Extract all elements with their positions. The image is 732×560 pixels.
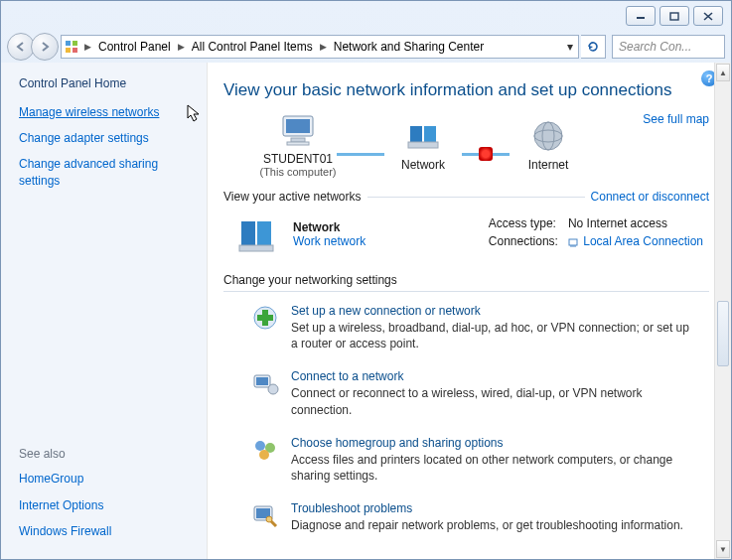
svg-point-38: [266, 516, 272, 522]
cursor-icon: [186, 104, 204, 126]
diagram-link-broken[interactable]: [462, 153, 510, 156]
window-frame: ▶ Control Panel ▶ All Control Panel Item…: [0, 0, 732, 560]
svg-rect-10: [291, 138, 305, 142]
chevron-right-icon: ▶: [81, 42, 94, 52]
sidebar: Control Panel Home Manage wireless netwo…: [1, 63, 208, 559]
refresh-button[interactable]: [581, 35, 606, 59]
divider: [367, 197, 585, 198]
task-title[interactable]: Choose homegroup and sharing options: [291, 436, 693, 450]
computer-icon: [277, 112, 319, 150]
task-connect-network[interactable]: Connect to a network Connect or reconnec…: [251, 369, 709, 417]
network-icon: [402, 118, 444, 156]
connect-icon: [251, 369, 279, 397]
svg-rect-14: [408, 142, 438, 148]
task-homegroup[interactable]: Choose homegroup and sharing options Acc…: [251, 436, 709, 484]
sidebar-item-label: Manage wireless networks: [19, 105, 159, 119]
scroll-down-button[interactable]: ▼: [716, 540, 730, 558]
scroll-up-button[interactable]: ▲: [716, 64, 730, 81]
network-name: Network: [293, 220, 366, 234]
minimize-button[interactable]: [626, 6, 656, 26]
close-icon: [703, 12, 713, 21]
sidebar-link-manage-wireless[interactable]: Manage wireless networks: [19, 104, 195, 120]
chevron-right-icon: ▶: [175, 42, 188, 52]
connect-disconnect-link[interactable]: Connect or disconnect: [591, 190, 709, 204]
new-connection-icon: [251, 304, 279, 332]
diagram-label: STUDENT01: [263, 152, 333, 166]
svg-rect-13: [424, 126, 436, 142]
svg-point-35: [259, 450, 269, 460]
svg-line-15: [481, 149, 491, 159]
task-desc: Diagnose and repair network problems, or…: [291, 517, 683, 533]
network-type-link[interactable]: Work network: [293, 234, 366, 248]
ethernet-icon: [568, 237, 578, 247]
vertical-scrollbar[interactable]: ▲ ▼: [714, 63, 731, 559]
refresh-icon: [586, 40, 600, 54]
content-area: ? View your basic network information an…: [208, 63, 731, 559]
svg-point-17: [534, 122, 562, 150]
breadcrumb-item[interactable]: Network and Sharing Center: [330, 40, 488, 54]
task-title[interactable]: Troubleshoot problems: [291, 501, 683, 515]
sidebar-link-advanced-sharing[interactable]: Change advanced sharing settings: [19, 156, 195, 188]
svg-rect-31: [256, 377, 268, 385]
svg-rect-29: [257, 315, 273, 321]
work-network-icon: [237, 213, 279, 255]
task-title[interactable]: Set up a new connection or network: [291, 304, 693, 318]
svg-line-16: [481, 149, 491, 159]
svg-rect-21: [257, 221, 271, 245]
chevron-right-icon: ▶: [317, 42, 330, 52]
network-diagram: STUDENT01 (This computer) Network: [253, 112, 593, 178]
change-settings-header: Change your networking settings: [223, 273, 709, 287]
breadcrumb-item[interactable]: Control Panel: [94, 40, 175, 54]
minimize-icon: [636, 12, 646, 20]
connection-link[interactable]: Local Area Connection: [583, 234, 703, 248]
diagram-this-computer[interactable]: STUDENT01 (This computer): [253, 112, 343, 178]
address-bar[interactable]: ▶ Control Panel ▶ All Control Panel Item…: [61, 35, 579, 59]
task-title[interactable]: Connect to a network: [291, 369, 693, 383]
task-desc: Set up a wireless, broadband, dial-up, a…: [291, 320, 693, 351]
back-arrow-icon: [15, 41, 27, 53]
control-panel-home-link[interactable]: Control Panel Home: [19, 76, 195, 90]
sidebar-link-adapter-settings[interactable]: Change adapter settings: [19, 130, 195, 146]
access-type-value: No Internet access: [564, 215, 707, 231]
see-also-label: See also: [19, 447, 195, 461]
connections-label: Connections:: [485, 233, 562, 249]
search-input[interactable]: [617, 39, 720, 55]
svg-rect-11: [287, 142, 309, 145]
task-setup-connection[interactable]: Set up a new connection or network Set u…: [251, 304, 709, 351]
search-box[interactable]: [612, 35, 725, 59]
see-also-internet-options[interactable]: Internet Options: [19, 497, 195, 513]
svg-point-33: [255, 441, 265, 451]
close-button[interactable]: [693, 6, 723, 26]
forward-button[interactable]: [31, 33, 59, 61]
svg-point-32: [268, 384, 278, 394]
see-full-map-link[interactable]: See full map: [643, 112, 709, 126]
homegroup-icon: [251, 436, 279, 464]
troubleshoot-icon: [251, 501, 279, 529]
divider: [223, 291, 709, 292]
active-networks-header: View your active networks: [223, 190, 362, 204]
svg-rect-20: [241, 221, 255, 245]
svg-rect-7: [73, 48, 77, 53]
diagram-label: Network: [401, 158, 445, 172]
diagram-network[interactable]: Network: [378, 118, 468, 172]
breadcrumb-item[interactable]: All Control Panel Items: [188, 40, 317, 54]
globe-icon: [527, 118, 569, 156]
scroll-thumb[interactable]: [717, 301, 729, 366]
maximize-icon: [669, 12, 679, 21]
svg-rect-4: [66, 41, 71, 46]
see-also-homegroup[interactable]: HomeGroup: [19, 471, 195, 487]
maximize-button[interactable]: [659, 6, 689, 26]
diagram-label: Internet: [528, 158, 569, 172]
nav-toolbar: ▶ Control Panel ▶ All Control Panel Item…: [1, 31, 731, 63]
svg-rect-1: [670, 13, 678, 20]
page-title: View your basic network information and …: [223, 80, 709, 100]
task-desc: Connect or reconnect to a wireless, wire…: [291, 385, 693, 417]
address-dropdown[interactable]: ▾: [562, 40, 578, 54]
see-also-windows-firewall[interactable]: Windows Firewall: [19, 523, 195, 539]
svg-rect-9: [286, 119, 310, 133]
x-error-icon: [479, 147, 493, 161]
diagram-internet[interactable]: Internet: [504, 118, 593, 172]
access-type-label: Access type:: [485, 215, 562, 231]
task-troubleshoot[interactable]: Troubleshoot problems Diagnose and repai…: [251, 501, 709, 533]
diagram-sublabel: (This computer): [259, 166, 336, 178]
